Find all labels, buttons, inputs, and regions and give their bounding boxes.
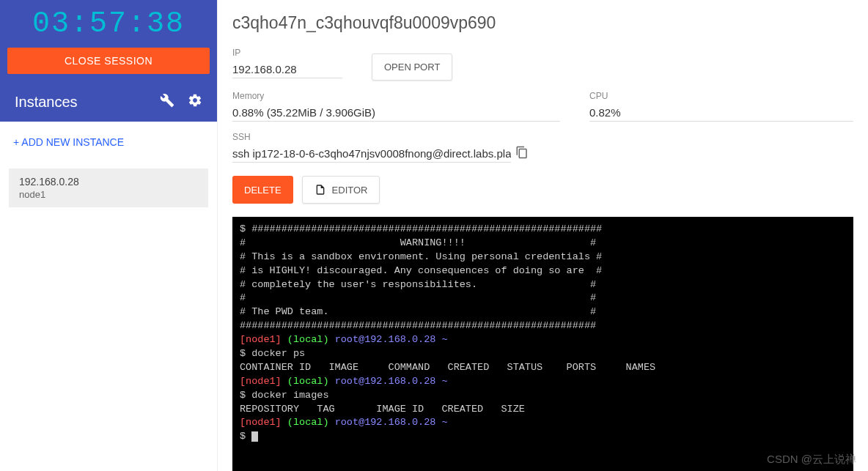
editor-label: EDITOR bbox=[332, 185, 368, 196]
memory-label: Memory bbox=[232, 91, 560, 101]
instances-label: Instances bbox=[15, 94, 78, 111]
cpu-value: 0.82% bbox=[589, 104, 853, 122]
copy-icon[interactable] bbox=[511, 146, 529, 162]
ip-label: IP bbox=[232, 48, 342, 58]
document-icon bbox=[315, 184, 326, 196]
prompt-local: (local) bbox=[287, 334, 329, 345]
ip-value: 192.168.0.28 bbox=[232, 61, 342, 78]
gear-icon[interactable] bbox=[188, 93, 202, 111]
cpu-label: CPU bbox=[589, 91, 853, 101]
open-port-button[interactable]: OPEN PORT bbox=[372, 53, 452, 81]
instance-card[interactable]: 192.168.0.28 node1 bbox=[9, 168, 208, 207]
terminal-cursor bbox=[251, 431, 258, 442]
timer-panel: 03:57:38 CLOSE SESSION bbox=[0, 0, 217, 83]
page-title: c3qho47n_c3qhouvqf8u0009vp690 bbox=[232, 13, 853, 33]
instance-ip: 192.168.0.28 bbox=[19, 176, 198, 188]
close-session-button[interactable]: CLOSE SESSION bbox=[7, 48, 210, 74]
sidebar: 03:57:38 CLOSE SESSION Instances + ADD N… bbox=[0, 0, 218, 471]
memory-value: 0.88% (35.22MiB / 3.906GiB) bbox=[232, 104, 560, 122]
terminal[interactable]: $ ######################################… bbox=[232, 217, 853, 471]
session-timer: 03:57:38 bbox=[0, 0, 217, 48]
main-panel: c3qho47n_c3qhouvqf8u0009vp690 IP 192.168… bbox=[218, 0, 868, 471]
instances-header: Instances bbox=[0, 83, 217, 122]
ssh-input[interactable] bbox=[232, 145, 511, 163]
editor-button[interactable]: EDITOR bbox=[302, 176, 380, 204]
prompt-node: [node1] bbox=[240, 334, 282, 345]
add-instance-button[interactable]: + ADD NEW INSTANCE bbox=[0, 122, 217, 163]
delete-button[interactable]: DELETE bbox=[232, 176, 293, 204]
prompt-user: root@192.168.0.28 ~ bbox=[335, 334, 448, 345]
ssh-label: SSH bbox=[232, 132, 853, 142]
wrench-icon[interactable] bbox=[160, 93, 174, 111]
instance-name: node1 bbox=[19, 189, 198, 200]
